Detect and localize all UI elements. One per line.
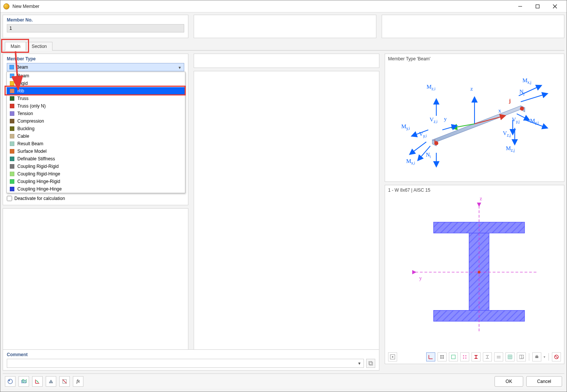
content-area: Member No. Main Section Member Type Beam… [0,12,567,392]
window-close-button[interactable] [546,0,564,12]
member-type-option[interactable]: Coupling Rigid-Hinge [7,170,185,178]
comment-label: Comment [7,352,375,359]
member-no-group: Member No. [3,15,188,38]
bottombar: 0,00 fx OK Cancel [3,374,564,389]
member-type-preview-panel: Member Type 'Beam' [385,54,564,182]
member-type-option[interactable]: Rib [7,87,185,95]
member-type-option[interactable]: Rigid [7,80,185,87]
color-swatch [10,119,14,123]
member-type-option[interactable]: Result Beam [7,140,185,148]
color-swatch [10,149,14,154]
window-minimize-button[interactable] [512,0,529,12]
svg-rect-1 [536,5,539,8]
section-preview-panel: 1 - W 8x67 | AISC 15 [385,185,564,364]
option-label: Rib [17,88,24,94]
svg-rect-41 [369,361,372,364]
member-type-selected: Beam [16,65,28,70]
option-label: Rigid [17,81,28,86]
titlebar: New Member [0,0,567,12]
comment-group: Comment ▾ [3,349,379,370]
cancel-button[interactable]: Cancel [526,376,562,387]
option-label: Compression [17,118,44,124]
member-type-option[interactable]: Coupling Rigid-Rigid [7,163,185,170]
color-swatch [10,164,14,169]
color-swatch [10,179,14,184]
svg-rect-42 [370,362,373,365]
mid-main-panel [194,71,379,350]
option-label: Beam [17,73,29,78]
comment-combo[interactable]: ▾ [7,359,364,368]
window-maximize-button[interactable] [529,0,546,12]
svg-point-43 [8,379,12,384]
svg-line-9 [475,116,505,124]
member-type-option[interactable]: Truss [7,95,185,102]
chevron-down-icon: ▾ [357,361,362,366]
delete-section-icon[interactable] [59,376,70,387]
left-lower-panel [3,208,188,350]
member-no-input[interactable] [7,24,184,32]
tab-section[interactable]: Section [26,42,52,51]
color-swatch [10,74,14,78]
member-type-option[interactable]: Beam [7,72,185,80]
member-type-option[interactable]: Truss (only N) [7,102,185,110]
section-preview-title: 1 - W 8x67 | AISC 15 [388,188,561,194]
tab-main[interactable]: Main [5,42,26,51]
option-label: Buckling [17,126,34,131]
color-swatch [10,96,14,101]
member-type-label: Member Type [7,56,184,63]
option-label: Surface Model [17,149,46,154]
option-label: Truss [17,96,29,101]
function-icon[interactable]: fx [73,376,83,387]
member-type-group: Member Type Beam ▾ BeamRigidRibTrussTrus… [3,54,188,205]
option-label: Tension [17,111,33,116]
ok-button[interactable]: OK [495,376,523,387]
color-swatch [10,89,14,93]
option-label: Cable [17,134,29,139]
member-type-option[interactable]: Cable [7,132,185,140]
member-type-option[interactable]: Coupling Hinge-Hinge [7,185,185,193]
member-type-option[interactable]: Buckling [7,125,185,132]
member-type-option[interactable]: Definable Stiffness [7,155,185,163]
color-swatch [10,111,14,116]
color-swatch [10,126,14,131]
option-label: Result Beam [17,141,43,146]
svg-marker-47 [49,380,53,383]
member-axes-icon[interactable] [32,376,43,387]
svg-point-44 [9,380,10,381]
member-type-preview-title: Member Type 'Beam' [388,56,561,63]
units-icon[interactable]: 0,00 [18,376,29,387]
deactivate-label: Deactivate for calculation [14,196,65,201]
comment-copy-button[interactable] [366,359,375,368]
color-swatch [10,187,14,191]
svg-rect-14 [434,222,525,233]
color-swatch [10,134,14,138]
top-empty-panel-1 [194,15,376,38]
color-swatch [10,157,14,161]
member-no-label: Member No. [7,17,184,24]
option-label: Coupling Rigid-Hinge [17,171,60,177]
section-diagram: z y [388,194,561,350]
member-type-option[interactable]: Tension [7,110,185,117]
member-type-option[interactable]: Coupling Hinge-Rigid [7,178,185,185]
top-empty-panel-2 [382,15,564,38]
member-type-option[interactable]: Surface Model [7,148,185,155]
color-swatch [10,141,14,146]
member-type-combo[interactable]: Beam ▾ [7,63,184,71]
member-type-option[interactable]: Compression [7,117,185,125]
app-icon [3,3,9,9]
tab-bar: Main Section [3,40,564,50]
chevron-down-icon: ▾ [177,65,182,70]
option-label: Coupling Hinge-Hinge [17,186,62,192]
window-title: New Member [12,4,39,9]
svg-text:0,00: 0,00 [22,378,27,384]
option-label: Coupling Hinge-Rigid [17,179,60,184]
member-type-dropdown[interactable]: BeamRigidRibTrussTruss (only N)TensionCo… [6,72,185,193]
help-icon[interactable] [5,376,15,387]
svg-marker-4 [432,106,525,142]
color-swatch [10,104,14,108]
deactivate-checkbox[interactable] [7,196,12,201]
color-swatch [10,172,14,176]
option-label: Coupling Rigid-Rigid [17,164,59,169]
rendering-icon[interactable] [46,376,56,387]
svg-point-19 [478,271,480,274]
